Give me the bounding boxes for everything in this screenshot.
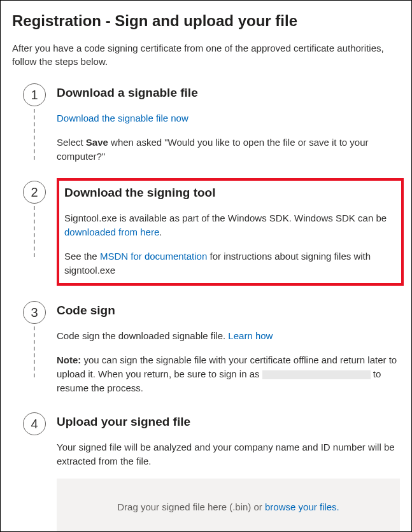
step-connector bbox=[34, 109, 35, 160]
dropzone-text: Drag your signed file here (.bin) or bro… bbox=[117, 501, 339, 512]
step-2-p2-prefix: See the bbox=[64, 251, 100, 262]
registration-page: Registration - Sign and upload your file… bbox=[0, 0, 412, 532]
step-4-body: Upload your signed file Your signed file… bbox=[57, 412, 400, 532]
step-1-marker-col: 1 bbox=[12, 83, 57, 162]
step-2-body-highlighted: Download the signing tool Signtool.exe i… bbox=[57, 178, 404, 286]
step-1-body: Download a signable file Download the si… bbox=[57, 83, 400, 181]
step-1-number: 1 bbox=[23, 83, 46, 106]
step-2-title: Download the signing tool bbox=[64, 186, 397, 200]
redacted-username bbox=[262, 370, 371, 379]
step-3-number: 3 bbox=[23, 301, 46, 324]
steps-list: 1 Download a signable file Download the … bbox=[12, 83, 400, 532]
step-4-title: Upload your signed file bbox=[57, 415, 400, 429]
step-1-text-prefix: Select bbox=[57, 137, 86, 148]
step-3-body: Code sign Code sign the downloaded signa… bbox=[57, 301, 400, 412]
note-bold: Note: bbox=[57, 354, 81, 365]
step-3-p1-prefix: Code sign the downloaded signable file. bbox=[57, 330, 228, 341]
step-3-note: Note: you can sign the signable file wit… bbox=[57, 353, 400, 395]
step-4-marker-col: 4 bbox=[12, 412, 57, 435]
step-3-p1: Code sign the downloaded signable file. … bbox=[57, 329, 400, 343]
step-connector bbox=[34, 326, 35, 377]
page-intro: After you have a code signing certificat… bbox=[12, 41, 400, 68]
browse-files-link[interactable]: browse your files. bbox=[265, 501, 339, 512]
step-2-number: 2 bbox=[23, 181, 46, 204]
step-4-p1: Your signed file will be analyzed and yo… bbox=[57, 440, 400, 468]
step-3-title: Code sign bbox=[57, 304, 400, 318]
step-2-p1-suffix: . bbox=[159, 227, 162, 237]
step-2: 2 Download the signing tool Signtool.exe… bbox=[12, 181, 400, 301]
sdk-download-link[interactable]: downloaded from here bbox=[64, 227, 159, 237]
file-dropzone[interactable]: Drag your signed file here (.bin) or bro… bbox=[57, 479, 400, 532]
step-3: 3 Code sign Code sign the downloaded sig… bbox=[12, 301, 400, 412]
download-signable-link[interactable]: Download the signable file now bbox=[57, 113, 188, 123]
step-2-p1-prefix: Signtool.exe is available as part of the… bbox=[64, 213, 387, 223]
step-4-number: 4 bbox=[23, 412, 46, 435]
step-3-marker-col: 3 bbox=[12, 301, 57, 380]
learn-how-link[interactable]: Learn how bbox=[228, 330, 273, 341]
page-title: Registration - Sign and upload your file bbox=[12, 12, 400, 30]
step-1: 1 Download a signable file Download the … bbox=[12, 83, 400, 181]
step-4: 4 Upload your signed file Your signed fi… bbox=[12, 412, 400, 532]
step-2-marker-col: 2 bbox=[12, 181, 57, 260]
msdn-doc-link[interactable]: MSDN for documentation bbox=[100, 251, 207, 262]
step-2-p2: See the MSDN for documentation for instr… bbox=[64, 249, 397, 277]
dropzone-prefix: Drag your signed file here (.bin) or bbox=[117, 501, 265, 512]
step-1-title: Download a signable file bbox=[57, 86, 400, 100]
step-connector bbox=[34, 206, 35, 257]
save-bold: Save bbox=[86, 137, 108, 148]
step-2-p1: Signtool.exe is available as part of the… bbox=[64, 211, 397, 239]
step-1-instruction: Select Save when asked "Would you like t… bbox=[57, 136, 400, 164]
